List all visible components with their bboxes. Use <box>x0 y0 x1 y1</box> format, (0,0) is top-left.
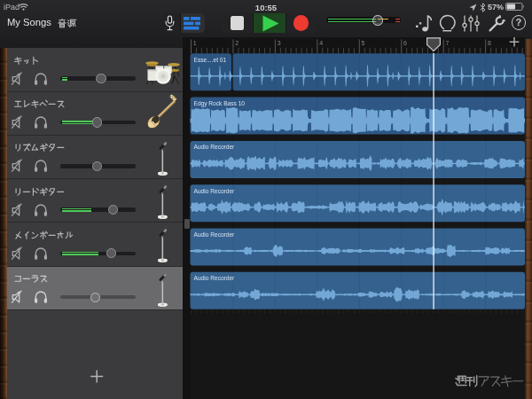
svg-text:2: 2 <box>235 40 239 46</box>
svg-text:4: 4 <box>319 40 323 46</box>
svg-text:7: 7 <box>446 40 450 46</box>
svg-text:Esse....et 01: Esse....et 01 <box>194 57 227 63</box>
svg-text:6: 6 <box>403 40 407 46</box>
svg-text:5: 5 <box>362 40 365 46</box>
svg-text:3: 3 <box>278 40 281 46</box>
svg-text:Audio Recorder: Audio Recorder <box>194 231 236 238</box>
svg-text:8: 8 <box>488 40 491 46</box>
svg-text:Audio Recorder: Audio Recorder <box>194 188 236 194</box>
svg-text:Edgy Rock Bass 10: Edgy Rock Bass 10 <box>194 100 246 107</box>
svg-text:Audio Recorder: Audio Recorder <box>194 145 236 151</box>
svg-text:Audio Recorder: Audio Recorder <box>194 275 236 281</box>
svg-text:1: 1 <box>193 40 197 46</box>
